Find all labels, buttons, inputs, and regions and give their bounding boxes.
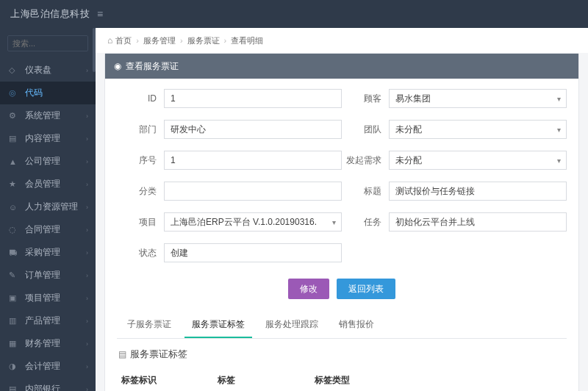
chevron-right-icon: ›	[86, 112, 88, 120]
panel-body: ID 顾客 部门 团队	[105, 79, 578, 391]
field-category[interactable]	[164, 182, 342, 201]
sidebar-item-label: 订单管理	[25, 269, 60, 281]
sidebar-item-hr[interactable]: ☺ 人力资源管理 ›	[0, 196, 96, 218]
sidebar: ◇ 仪表盘 › ◎ 代码 ⚙ 系统管理 › ▤ 内容管理 › ▲ 公司管理 › …	[0, 28, 96, 391]
label-category: 分类	[117, 185, 157, 198]
chevron-right-icon: ›	[86, 363, 88, 370]
sidebar-item-finance[interactable]: ▦ 财务管理 ›	[0, 332, 96, 355]
sidebar-item-label: 采购管理	[25, 246, 60, 259]
panel-title: 查看服务票证	[126, 60, 179, 73]
chevron-right-icon: ›	[86, 181, 88, 188]
sidebar-item-label: 仪表盘	[25, 64, 51, 76]
label-task: 任务	[342, 216, 381, 229]
code-icon: ◎	[9, 88, 19, 98]
sidebar-item-label: 内容管理	[25, 132, 60, 145]
sidebar-item-label: 项目管理	[25, 292, 60, 304]
star-icon: ★	[9, 179, 19, 189]
th-tag-type: 标签类型	[310, 368, 406, 391]
field-id[interactable]	[164, 89, 342, 108]
panel-header: ◉ 查看服务票证	[105, 54, 578, 79]
label-project: 项目	[117, 216, 157, 229]
search-input[interactable]	[7, 35, 88, 51]
sidebar-item-content[interactable]: ▤ 内容管理 ›	[0, 127, 96, 150]
sidebar-item-project[interactable]: ▣ 项目管理 ›	[0, 287, 96, 309]
tab-process-track[interactable]: 服务处理跟踪	[258, 312, 326, 338]
sidebar-item-purchase[interactable]: ⛟ 采购管理 ›	[0, 241, 96, 264]
breadcrumb-item[interactable]: 服务管理	[143, 35, 176, 46]
breadcrumb-sep: ›	[224, 36, 227, 45]
sidebar-item-product[interactable]: ▥ 产品管理 ›	[0, 309, 96, 332]
chevron-right-icon: ›	[86, 249, 88, 257]
contract-icon: ◌	[9, 225, 19, 234]
sidebar-search	[0, 31, 96, 59]
breadcrumb-home[interactable]: 首页	[115, 35, 132, 46]
chevron-right-icon: ›	[86, 204, 88, 211]
breadcrumb-sep: ›	[180, 36, 183, 45]
field-status[interactable]	[164, 243, 342, 262]
chevron-right-icon: ›	[86, 272, 88, 279]
field-request[interactable]	[389, 151, 567, 170]
chevron-right-icon: ›	[86, 295, 88, 302]
sidebar-item-code[interactable]: ◎ 代码	[0, 82, 96, 104]
brand-title: 上海邑泊信息科技	[10, 7, 90, 21]
chevron-right-icon: ›	[86, 386, 88, 392]
menu-toggle-icon[interactable]: ≡	[97, 8, 103, 20]
sidebar-item-label: 会计管理	[25, 360, 60, 373]
table-header-row: 标签标识 标签 标签类型	[117, 368, 567, 391]
chevron-right-icon: ›	[86, 340, 88, 348]
order-icon: ✎	[9, 270, 19, 280]
field-project[interactable]	[164, 212, 342, 232]
sidebar-item-order[interactable]: ✎ 订单管理 ›	[0, 264, 96, 287]
sidebar-item-label: 财务管理	[25, 337, 60, 350]
detail-panel: ◉ 查看服务票证 ID 顾客 部门	[104, 53, 579, 391]
dashboard-icon: ◇	[9, 65, 19, 75]
project-icon: ▣	[9, 293, 19, 303]
tab-child-ticket[interactable]: 子服务票证	[120, 312, 179, 338]
field-dept[interactable]	[164, 120, 342, 139]
field-title[interactable]	[389, 182, 567, 201]
label-id: ID	[117, 93, 157, 104]
accounting-icon: ◑	[9, 362, 19, 371]
sidebar-item-company[interactable]: ▲ 公司管理 ›	[0, 150, 96, 173]
tabs: 子服务票证 服务票证标签 服务处理跟踪 销售报价	[117, 312, 567, 339]
subsection-title: 服务票证标签	[130, 348, 187, 361]
chevron-right-icon: ›	[86, 226, 88, 234]
subsection-header: ▤ 服务票证标签	[118, 348, 567, 361]
field-seq[interactable]	[164, 151, 342, 170]
breadcrumb-item: 查看明细	[231, 35, 263, 46]
field-task[interactable]	[389, 212, 567, 232]
sidebar-item-label: 合同管理	[25, 223, 60, 236]
label-team: 团队	[342, 123, 381, 136]
label-status: 状态	[117, 247, 157, 259]
sidebar-item-label: 人力资源管理	[25, 201, 78, 213]
field-customer[interactable]	[389, 89, 567, 108]
tab-ticket-tag[interactable]: 服务票证标签	[184, 312, 252, 338]
tab-sales-quote[interactable]: 销售报价	[331, 312, 381, 338]
breadcrumb-item[interactable]: 服务票证	[187, 35, 220, 46]
th-actions	[406, 368, 567, 391]
sidebar-item-contract[interactable]: ◌ 合同管理 ›	[0, 218, 96, 241]
sidebar-item-dashboard[interactable]: ◇ 仪表盘 ›	[0, 59, 96, 82]
back-button[interactable]: 返回列表	[337, 279, 395, 299]
content-icon: ▤	[9, 134, 19, 143]
breadcrumb-sep: ›	[136, 36, 139, 45]
sidebar-item-member[interactable]: ★ 会员管理 ›	[0, 173, 96, 196]
gear-icon: ⚙	[9, 111, 19, 121]
th-tag-id: 标签标识	[117, 368, 213, 391]
person-icon: ☺	[9, 203, 19, 212]
tag-table: 标签标识 标签 标签类型 1 邑泊云 产品 查看	[117, 368, 567, 391]
sidebar-item-label: 产品管理	[25, 315, 60, 327]
sidebar-item-bank[interactable]: ▤ 内部银行 ›	[0, 378, 96, 391]
edit-button[interactable]: 修改	[288, 279, 329, 299]
sidebar-item-system[interactable]: ⚙ 系统管理 ›	[0, 104, 96, 127]
th-tag-name: 标签	[213, 368, 309, 391]
product-icon: ▥	[9, 316, 19, 326]
sidebar-item-label: 系统管理	[25, 110, 60, 122]
company-icon: ▲	[9, 157, 19, 166]
sidebar-item-label: 会员管理	[25, 178, 60, 190]
label-title: 标题	[342, 185, 381, 198]
label-request: 发起需求	[342, 154, 381, 167]
field-team[interactable]	[389, 120, 567, 139]
sidebar-item-accounting[interactable]: ◑ 会计管理 ›	[0, 355, 96, 378]
label-seq: 序号	[117, 154, 157, 167]
